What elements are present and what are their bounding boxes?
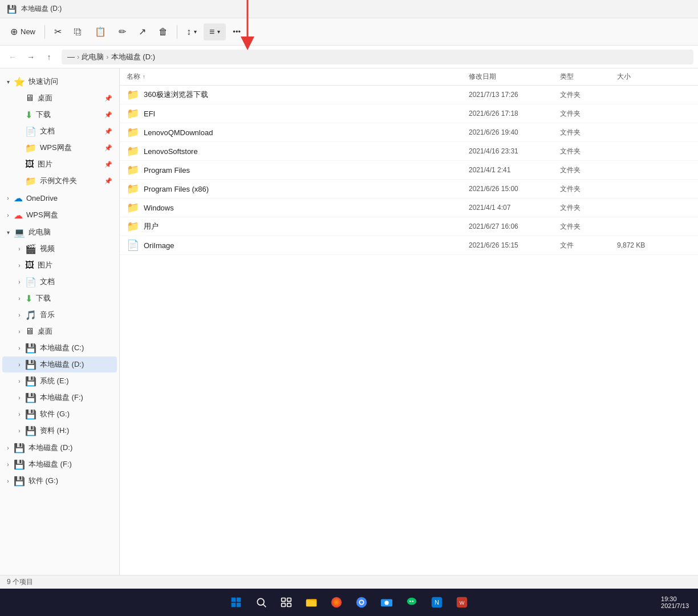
sidebar-item-software-g2[interactable]: › 💾 软件 (G:) bbox=[2, 473, 117, 489]
more-button[interactable]: ••• bbox=[227, 24, 246, 39]
sidebar-item-videos[interactable]: › 🎬 视频 bbox=[2, 241, 117, 257]
file-type-text: 文件夹 bbox=[560, 90, 617, 100]
sidebar-item-local-d[interactable]: › 💾 本地磁盘 (D:) bbox=[2, 356, 117, 372]
taskbar-app4-button[interactable]: W bbox=[451, 591, 473, 614]
breadcrumb[interactable]: — › 此电脑 › 本地磁盘 (D:) bbox=[62, 50, 693, 64]
svg-point-5 bbox=[257, 598, 264, 605]
col-modified[interactable]: 修改日期 bbox=[469, 72, 560, 82]
sidebar-item-quick-access[interactable]: ▾ ⭐ 快速访问 bbox=[2, 74, 117, 90]
sidebar-item-downloads[interactable]: ⬇ 下载 📌 bbox=[2, 107, 117, 123]
taskbar-taskview-button[interactable] bbox=[275, 591, 298, 614]
breadcrumb-local-d[interactable]: 本地磁盘 (D:) bbox=[111, 52, 155, 62]
file-date: 2021/7/13 17:26 bbox=[469, 91, 560, 99]
sidebar-item-local-f[interactable]: › 💾 本地磁盘 (F:) bbox=[2, 390, 117, 406]
taskbar-camera-button[interactable] bbox=[375, 591, 398, 614]
table-row[interactable]: 📁 Program Files (x86) 2021/6/26 15:00 文件… bbox=[120, 180, 698, 198]
title-bar-icon: 💾 bbox=[7, 5, 17, 14]
file-type-text: 文件 bbox=[560, 241, 617, 250]
file-name: Program Files (x86) bbox=[144, 185, 209, 193]
table-row[interactable]: 📁 LenovoSoftstore 2021/4/16 23:31 文件夹 bbox=[120, 142, 698, 161]
file-date: 2021/6/27 16:06 bbox=[469, 222, 560, 230]
paste-button[interactable]: 📋 bbox=[89, 23, 112, 40]
taskbar-right: 19:302021/7/13 bbox=[661, 595, 689, 609]
sidebar-item-wps-cloud2[interactable]: › ☁ WPS网盘 bbox=[2, 207, 117, 223]
local-f2-expand: › bbox=[2, 459, 14, 470]
forward-button[interactable]: → bbox=[23, 49, 39, 65]
sample-label: 示例文件夹 bbox=[40, 176, 104, 186]
status-bar: 9 个项目 bbox=[0, 575, 698, 589]
sidebar-item-sample-folder[interactable]: 📁 示例文件夹 📌 bbox=[2, 173, 117, 189]
sidebar-item-pictures[interactable]: 🖼 图片 📌 bbox=[2, 156, 117, 172]
taskbar-start-button[interactable] bbox=[225, 591, 247, 614]
sidebar-item-software-g[interactable]: › 💾 软件 (G:) bbox=[2, 406, 117, 422]
paste-icon: 📋 bbox=[95, 26, 106, 37]
taskbar-explorer-button[interactable] bbox=[300, 591, 323, 614]
sort-button[interactable]: ↕ ▾ bbox=[181, 23, 202, 40]
sidebar-item-onedrive[interactable]: › ☁ OneDrive bbox=[2, 190, 117, 206]
delete-button[interactable]: 🗑 bbox=[153, 23, 173, 40]
table-row[interactable]: 📁 Program Files 2021/4/1 2:41 文件夹 bbox=[120, 161, 698, 180]
col-type[interactable]: 类型 bbox=[560, 72, 617, 82]
sidebar-item-this-pc[interactable]: ▾ 💻 此电脑 bbox=[2, 224, 117, 240]
sidebar-item-local-c[interactable]: › 💾 本地磁盘 (C:) bbox=[2, 340, 117, 356]
table-row[interactable]: 📄 OriImage 2021/6/26 15:15 文件 9,872 KB bbox=[120, 236, 698, 255]
sidebar-item-pictures2[interactable]: › 🖼 图片 bbox=[2, 257, 117, 273]
taskbar-app1-button[interactable] bbox=[325, 591, 348, 614]
sidebar-item-local-f2[interactable]: › 💾 本地磁盘 (F:) bbox=[2, 456, 117, 472]
new-button[interactable]: ⊕ New bbox=[5, 23, 41, 40]
breadcrumb-this-pc[interactable]: 此电脑 bbox=[82, 52, 104, 62]
sidebar-item-system-e[interactable]: › 💾 系统 (E:) bbox=[2, 373, 117, 389]
file-name: Program Files bbox=[144, 166, 190, 175]
share-button[interactable]: ↗ bbox=[133, 23, 152, 40]
table-row[interactable]: 📁 LenovoQMDownload 2021/6/26 19:40 文件夹 bbox=[120, 123, 698, 142]
sidebar-item-downloads2[interactable]: › ⬇ 下载 bbox=[2, 290, 117, 306]
system-e-label: 系统 (E:) bbox=[40, 376, 112, 386]
file-name-cell: 📁 Windows bbox=[127, 201, 469, 214]
table-row[interactable]: 📁 用户 2021/6/27 16:06 文件夹 bbox=[120, 217, 698, 236]
svg-point-19 bbox=[407, 598, 417, 605]
copy-button[interactable]: ⿻ bbox=[68, 24, 88, 40]
local-c-icon: 💾 bbox=[25, 343, 36, 354]
table-row[interactable]: 📁 Windows 2021/4/1 4:07 文件夹 bbox=[120, 198, 698, 217]
file-name-cell: 📁 用户 bbox=[127, 220, 469, 233]
up-button[interactable]: ↑ bbox=[41, 49, 57, 65]
cut-button[interactable]: ✂ bbox=[48, 23, 67, 40]
table-row[interactable]: 📁 EFI 2021/6/26 17:18 文件夹 bbox=[120, 104, 698, 123]
taskbar-time: 19:302021/7/13 bbox=[661, 595, 689, 609]
table-row[interactable]: 📁 360极速浏览器下载 2021/7/13 17:26 文件夹 bbox=[120, 86, 698, 104]
taskbar-chrome-button[interactable] bbox=[350, 591, 373, 614]
desktop2-label: 桌面 bbox=[38, 326, 112, 337]
sidebar-item-local-d2[interactable]: › 💾 本地磁盘 (D:) bbox=[2, 440, 117, 456]
taskbar-wechat-button[interactable] bbox=[400, 591, 423, 614]
svg-rect-4 bbox=[237, 603, 241, 607]
sidebar-item-desktop2[interactable]: › 🖥 桌面 bbox=[2, 323, 117, 339]
documents-pin-icon: 📌 bbox=[104, 128, 112, 135]
sidebar-item-music[interactable]: › 🎵 音乐 bbox=[2, 307, 117, 323]
file-name-cell: 📁 Program Files (x86) bbox=[127, 183, 469, 195]
local-d2-icon: 💾 bbox=[14, 443, 25, 453]
file-name: LenovoSoftstore bbox=[144, 147, 198, 156]
local-d-expand: › bbox=[14, 359, 25, 370]
sidebar-item-desktop[interactable]: 🖥 桌面 📌 bbox=[2, 90, 117, 106]
delete-icon: 🗑 bbox=[159, 27, 168, 37]
desktop2-icon: 🖥 bbox=[25, 326, 34, 337]
sample-pin-icon: 📌 bbox=[104, 177, 112, 185]
documents-label: 文档 bbox=[40, 126, 104, 136]
view-button[interactable]: ≡ ▾ bbox=[204, 23, 226, 40]
col-extra bbox=[674, 72, 691, 82]
file-name-cell: 📁 LenovoQMDownload bbox=[127, 126, 469, 139]
taskbar-app3-button[interactable]: N bbox=[425, 591, 448, 614]
taskbar: N W 19:302021/7/13 bbox=[0, 589, 698, 616]
pictures-pin-icon: 📌 bbox=[104, 161, 112, 168]
col-name[interactable]: 名称 ↑ bbox=[127, 72, 469, 82]
sidebar-item-documents[interactable]: 📄 文档 📌 bbox=[2, 123, 117, 139]
col-size[interactable]: 大小 bbox=[617, 72, 674, 82]
sidebar-item-wps-cloud[interactable]: 📁 WPS网盘 📌 bbox=[2, 140, 117, 156]
sidebar-item-documents2[interactable]: › 📄 文档 bbox=[2, 274, 117, 290]
breadcrumb-dash[interactable]: — bbox=[67, 52, 75, 61]
taskbar-search-button[interactable] bbox=[250, 591, 273, 614]
back-button[interactable]: ← bbox=[5, 49, 21, 65]
sidebar-item-data-h[interactable]: › 💾 资料 (H:) bbox=[2, 423, 117, 439]
file-size: 9,872 KB bbox=[617, 241, 674, 249]
rename-button[interactable]: ✏ bbox=[113, 23, 132, 40]
